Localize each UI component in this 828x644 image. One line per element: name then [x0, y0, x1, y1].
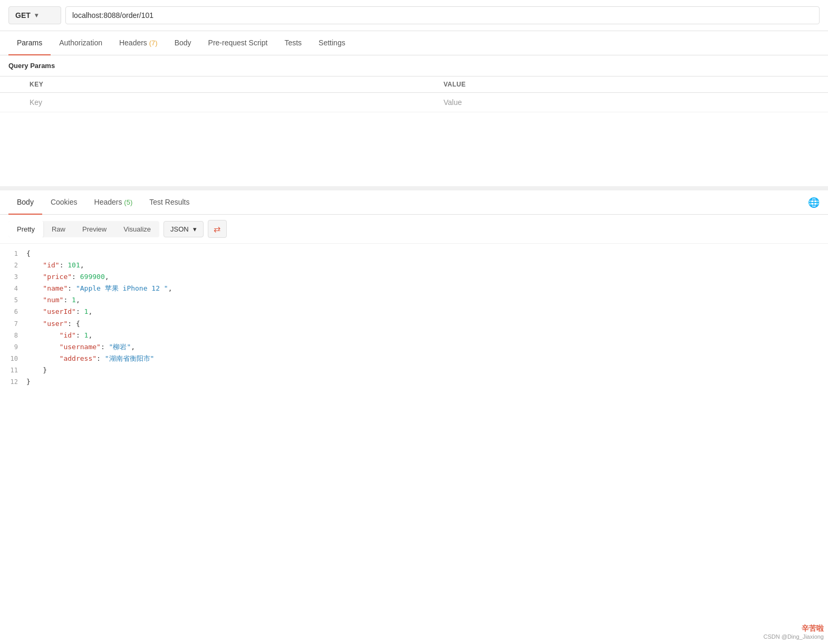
format-btn-visualize[interactable]: Visualize	[115, 221, 159, 237]
code-line-2: 2 "id": 101,	[0, 259, 828, 271]
response-tab-body[interactable]: Body	[8, 190, 42, 215]
code-line-5: 5 "num": 1,	[0, 294, 828, 306]
tab-prerequest[interactable]: Pre-request Script	[200, 31, 276, 55]
tab-settings[interactable]: Settings	[310, 31, 354, 55]
key-col-header: KEY	[21, 76, 435, 93]
tab-authorization[interactable]: Authorization	[51, 31, 111, 55]
chevron-down-icon: ▾	[193, 225, 197, 233]
code-line-6: 6 "userId": 1,	[0, 306, 828, 318]
method-label: GET	[15, 11, 31, 20]
tab-body[interactable]: Body	[166, 31, 200, 55]
headers-badge: (7)	[149, 39, 158, 47]
code-line-11: 11 }	[0, 364, 828, 376]
response-tab-cookies[interactable]: Cookies	[42, 190, 86, 215]
code-line-8: 8 "id": 1,	[0, 330, 828, 341]
json-format-label: JSON	[170, 225, 189, 233]
response-tabs-row: Body Cookies Headers (5) Test Results 🌐	[0, 190, 828, 215]
method-selector[interactable]: GET ▾	[8, 6, 61, 24]
response-headers-badge: (5)	[124, 198, 132, 206]
url-input[interactable]	[65, 6, 820, 24]
wrap-button[interactable]: ⇄	[208, 220, 227, 238]
code-line-4: 4 "name": "Apple 苹果 iPhone 12 ",	[0, 283, 828, 294]
tab-params[interactable]: Params	[8, 31, 51, 55]
checkbox-col-header	[0, 76, 21, 93]
response-tab-headers[interactable]: Headers (5)	[86, 190, 141, 215]
param-value-input[interactable]: Value	[435, 93, 828, 112]
format-btn-raw[interactable]: Raw	[43, 221, 74, 237]
query-params-title: Query Params	[0, 55, 828, 76]
request-empty-area	[0, 112, 828, 186]
param-row-empty: Key Value	[0, 93, 828, 112]
code-line-3: 3 "price": 699900,	[0, 271, 828, 283]
code-line-12: 12 }	[0, 376, 828, 388]
code-area: 1 { 2 "id": 101, 3 "price": 699900, 4 "n…	[0, 244, 828, 392]
format-btn-pretty[interactable]: Pretty	[8, 221, 43, 237]
request-tabs-row: Params Authorization Headers (7) Body Pr…	[0, 31, 828, 55]
chevron-down-icon: ▾	[35, 12, 38, 19]
response-tab-test-results[interactable]: Test Results	[141, 190, 198, 215]
format-button-group: Pretty Raw Preview Visualize	[8, 221, 159, 237]
code-line-10: 10 "address": "湖南省衡阳市"	[0, 353, 828, 364]
tab-tests[interactable]: Tests	[276, 31, 310, 55]
params-table: KEY VALUE Key Value	[0, 76, 828, 112]
format-btn-preview[interactable]: Preview	[74, 221, 115, 237]
json-format-selector[interactable]: JSON ▾	[163, 221, 204, 237]
query-params-section: Query Params KEY VALUE Key Value	[0, 55, 828, 112]
param-checkbox[interactable]	[0, 93, 21, 112]
code-line-9: 9 "username": "柳岩",	[0, 341, 828, 353]
code-line-7: 7 "user": {	[0, 318, 828, 330]
code-line-1: 1 {	[0, 248, 828, 259]
param-key-input[interactable]: Key	[21, 93, 435, 112]
value-col-header: VALUE	[435, 76, 828, 93]
globe-icon: 🌐	[808, 197, 820, 208]
response-section: Body Cookies Headers (5) Test Results 🌐 …	[0, 186, 828, 392]
url-bar: GET ▾	[0, 0, 828, 31]
format-bar: Pretty Raw Preview Visualize JSON ▾ ⇄	[0, 215, 828, 244]
tab-headers[interactable]: Headers (7)	[111, 31, 166, 55]
wrap-icon: ⇄	[214, 224, 220, 234]
